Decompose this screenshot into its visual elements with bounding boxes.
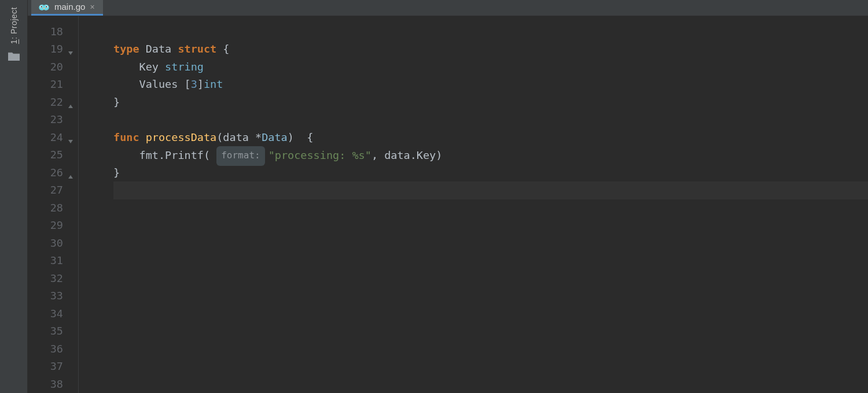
line-number: 28 <box>28 199 63 217</box>
tab-filename: main.go <box>54 2 85 12</box>
code-line[interactable] <box>113 305 868 323</box>
line-number: 31 <box>28 252 63 270</box>
svg-point-4 <box>41 6 42 7</box>
code-token: } <box>113 166 120 179</box>
code-line[interactable] <box>113 23 868 41</box>
code-line[interactable]: } <box>113 94 868 112</box>
go-file-icon <box>38 1 50 13</box>
code-token: (data * <box>216 131 262 143</box>
project-label-text: : Project <box>9 7 19 39</box>
line-number: 33 <box>28 287 63 305</box>
code-line[interactable]: func processData(data *Data) { <box>113 129 868 147</box>
editor-tab-bar: main.go × <box>28 0 868 16</box>
code-token: int <box>204 78 223 90</box>
fold-open-icon[interactable] <box>66 133 74 141</box>
code-line[interactable] <box>113 217 868 235</box>
code-line[interactable] <box>113 235 868 253</box>
line-number: 34 <box>28 305 63 323</box>
code-line[interactable] <box>113 340 868 358</box>
fold-open-icon[interactable] <box>66 45 74 53</box>
project-mnemonic: 1 <box>9 39 19 44</box>
code-token: struct <box>178 43 216 55</box>
code-line[interactable]: fmt.Printf( format:"processing: %s", dat… <box>113 146 868 164</box>
fold-close-icon[interactable] <box>66 168 74 176</box>
code-line[interactable] <box>113 270 868 288</box>
code-token: "processing: %s" <box>269 149 372 161</box>
svg-point-6 <box>43 8 45 9</box>
line-number-gutter: 1819202122232425262728293031323334353637… <box>28 16 79 394</box>
code-token: Data <box>262 131 288 143</box>
line-number: 26 <box>28 164 63 182</box>
line-number: 27 <box>28 181 63 199</box>
code-token: fmt.Printf( <box>113 149 216 161</box>
code-editor[interactable]: 1819202122232425262728293031323334353637… <box>28 16 868 394</box>
project-tool-button[interactable]: 1: Project <box>9 7 19 44</box>
folder-icon[interactable] <box>8 51 20 61</box>
code-token: Values [ <box>113 78 191 90</box>
code-token: type <box>113 43 146 55</box>
line-number: 20 <box>28 58 63 76</box>
current-line-highlight <box>113 181 868 199</box>
code-token: ] <box>197 78 204 90</box>
code-line[interactable]: } <box>113 164 868 182</box>
code-token: processData <box>146 131 217 143</box>
code-token: , data.Key) <box>372 149 443 161</box>
line-number: 19 <box>28 40 63 58</box>
code-token: } <box>113 96 120 108</box>
main-column: main.go × 181920212223242526272829303132… <box>28 0 868 393</box>
line-number: 32 <box>28 270 63 288</box>
line-number: 25 <box>28 146 63 164</box>
parameter-hint: format: <box>216 146 264 166</box>
fold-close-icon[interactable] <box>66 98 74 106</box>
code-area[interactable]: type Data struct { Key string Values [3]… <box>79 16 868 394</box>
code-token: Key <box>113 61 165 73</box>
line-number: 36 <box>28 340 63 358</box>
line-number: 30 <box>28 235 63 253</box>
close-icon[interactable]: × <box>90 2 94 12</box>
line-number: 18 <box>28 23 63 41</box>
editor-tab-main-go[interactable]: main.go × <box>31 0 103 16</box>
line-number: 37 <box>28 358 63 376</box>
app-root: 1: Project <box>0 0 868 393</box>
code-line[interactable] <box>113 358 868 376</box>
tool-strip: 1: Project <box>0 0 28 393</box>
line-number: 24 <box>28 129 63 147</box>
code-line[interactable] <box>113 252 868 270</box>
code-token: func <box>113 131 146 143</box>
code-token: string <box>165 61 204 73</box>
line-number: 22 <box>28 94 63 112</box>
code-token: ) { <box>288 131 314 143</box>
code-line[interactable]: Values [3]int <box>113 76 868 94</box>
code-line[interactable] <box>113 181 868 199</box>
code-token: 3 <box>191 78 197 90</box>
code-line[interactable] <box>113 287 868 305</box>
code-token: { <box>216 43 229 55</box>
line-number: 38 <box>28 376 63 394</box>
line-number: 23 <box>28 111 63 129</box>
code-line[interactable] <box>113 322 868 340</box>
svg-point-5 <box>46 6 47 7</box>
code-line[interactable]: Key string <box>113 58 868 76</box>
code-line[interactable] <box>113 376 868 394</box>
code-line[interactable] <box>113 111 868 129</box>
code-token: Data <box>146 43 178 55</box>
line-number: 35 <box>28 322 63 340</box>
line-number: 21 <box>28 76 63 94</box>
code-line[interactable] <box>113 199 868 217</box>
code-line[interactable]: type Data struct { <box>113 40 868 58</box>
line-number: 29 <box>28 217 63 235</box>
